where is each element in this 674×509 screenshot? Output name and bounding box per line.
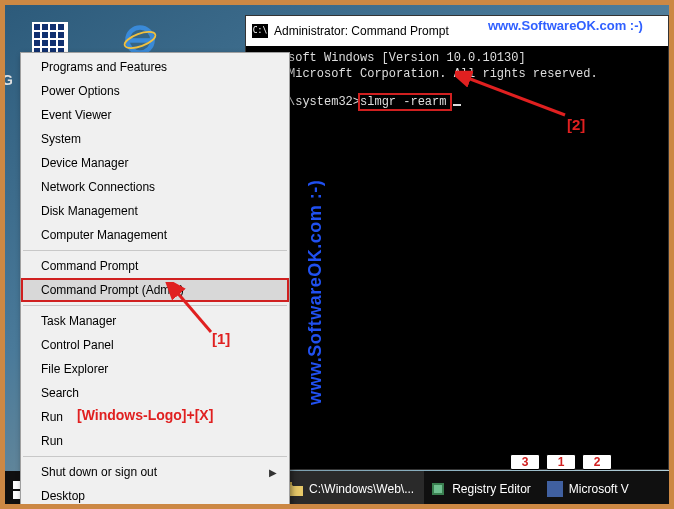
- svg-rect-6: [42, 32, 48, 38]
- menu-item-shutdown[interactable]: Shut down or sign out ▶: [21, 460, 289, 484]
- stick-figure-1: 1: [546, 424, 576, 470]
- menu-item-search[interactable]: Search: [21, 381, 289, 405]
- chevron-right-icon: ▶: [269, 467, 277, 478]
- menu-item-network-connections[interactable]: Network Connections: [21, 175, 289, 199]
- menu-item-command-prompt-admin[interactable]: Command Prompt (Admin): [21, 278, 289, 302]
- svg-rect-5: [34, 32, 40, 38]
- menu-item-desktop[interactable]: Desktop: [21, 484, 289, 508]
- cmd-typed-command: slmgr -rearm: [358, 93, 452, 111]
- menu-item-system[interactable]: System: [21, 127, 289, 151]
- menu-separator: [23, 250, 287, 251]
- task-label: Registry Editor: [452, 482, 531, 496]
- svg-rect-10: [42, 40, 48, 46]
- figures-group: 3 1 2: [510, 424, 612, 470]
- taskbar-task-regedit[interactable]: Registry Editor: [424, 471, 541, 509]
- annotation-label-1: [1]: [212, 330, 230, 347]
- svg-rect-12: [58, 40, 64, 46]
- menu-item-file-explorer[interactable]: File Explorer: [21, 357, 289, 381]
- svg-rect-2: [42, 24, 48, 30]
- task-label: Microsoft V: [569, 482, 629, 496]
- svg-rect-4: [58, 24, 64, 30]
- cmd-version-line: Microsoft Windows [Version 10.0.10130]: [252, 50, 662, 66]
- cmd-cursor: [453, 104, 461, 106]
- menu-separator: [23, 456, 287, 457]
- cmd-copyright-line: 2015 Microsoft Corporation. All rights r…: [252, 66, 662, 82]
- menu-item-power-options[interactable]: Power Options: [21, 79, 289, 103]
- menu-item-task-manager[interactable]: Task Manager: [21, 309, 289, 333]
- cmd-prompt-line: NDOWS\system32>slmgr -rearm: [252, 94, 662, 110]
- app-icon: [547, 481, 563, 497]
- watermark-top: www.SoftwareOK.com :-): [488, 18, 643, 33]
- menu-item-control-panel[interactable]: Control Panel: [21, 333, 289, 357]
- svg-rect-9: [34, 40, 40, 46]
- desktop-text-fragment: G: [2, 72, 13, 88]
- regedit-icon: [430, 481, 446, 497]
- winx-context-menu: Programs and Features Power Options Even…: [20, 52, 290, 509]
- menu-item-device-manager[interactable]: Device Manager: [21, 151, 289, 175]
- svg-rect-46: [547, 481, 563, 497]
- stick-figure-2: 2: [582, 424, 612, 470]
- svg-rect-8: [58, 32, 64, 38]
- menu-item-event-viewer[interactable]: Event Viewer: [21, 103, 289, 127]
- cmd-icon: C:\: [252, 24, 268, 38]
- menu-item-run-2[interactable]: Run: [21, 429, 289, 453]
- task-label: C:\Windows\Web\...: [309, 482, 414, 496]
- taskbar-task-explorer[interactable]: C:\Windows\Web\...: [279, 471, 424, 509]
- window-title: Administrator: Command Prompt: [274, 24, 449, 38]
- menu-item-computer-management[interactable]: Computer Management: [21, 223, 289, 247]
- svg-rect-45: [434, 485, 442, 493]
- annotation-shortcut: [Windows-Logo]+[X]: [77, 407, 213, 423]
- annotation-label-2: [2]: [567, 116, 585, 133]
- menu-item-disk-management[interactable]: Disk Management: [21, 199, 289, 223]
- svg-rect-11: [50, 40, 56, 46]
- watermark-vertical: www.SoftwareOK.com :-): [305, 180, 326, 405]
- svg-rect-3: [50, 24, 56, 30]
- svg-rect-1: [34, 24, 40, 30]
- stick-figure-3: 3: [510, 424, 540, 470]
- menu-item-programs-features[interactable]: Programs and Features: [21, 55, 289, 79]
- menu-item-command-prompt[interactable]: Command Prompt: [21, 254, 289, 278]
- taskbar-task-msv[interactable]: Microsoft V: [541, 471, 639, 509]
- menu-separator: [23, 305, 287, 306]
- svg-rect-7: [50, 32, 56, 38]
